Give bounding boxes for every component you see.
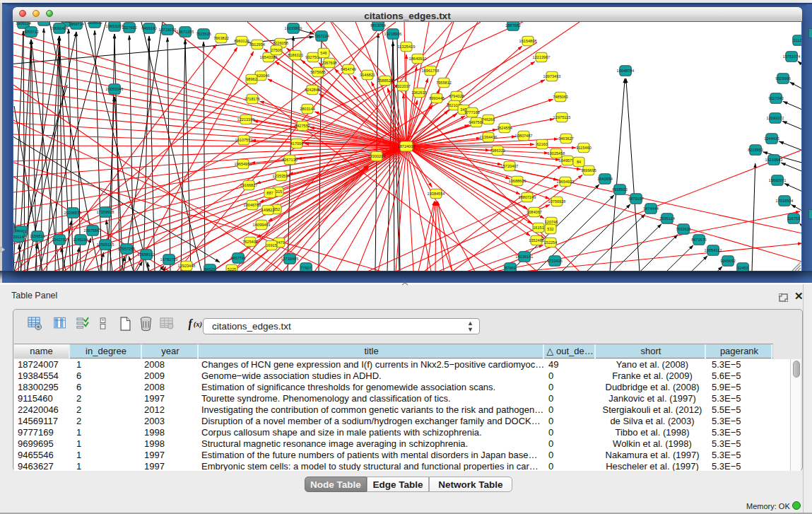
svg-text:120746: 120746 (545, 220, 558, 224)
svg-text:10671355: 10671355 (177, 30, 194, 34)
svg-text:16961758: 16961758 (422, 69, 440, 73)
svg-text:8454749: 8454749 (341, 67, 356, 71)
svg-text:7663822: 7663822 (213, 36, 229, 40)
svg-text:6794028: 6794028 (449, 94, 464, 98)
svg-text:12353594: 12353594 (273, 174, 290, 178)
svg-text:7955812: 7955812 (436, 81, 452, 85)
svg-text:205992: 205992 (37, 22, 51, 23)
svg-text:17016504: 17016504 (776, 199, 794, 203)
svg-text:9474444: 9474444 (643, 206, 659, 211)
svg-text:10973493: 10973493 (543, 74, 561, 78)
svg-text:8813054: 8813054 (370, 23, 386, 28)
svg-text:12975115: 12975115 (553, 115, 571, 119)
svg-text:6879197: 6879197 (628, 197, 644, 201)
svg-text:19384554: 19384554 (428, 192, 445, 196)
svg-text:10958107: 10958107 (138, 252, 155, 257)
svg-text:9777169: 9777169 (464, 110, 480, 115)
svg-text:19654955: 19654955 (235, 162, 252, 166)
svg-text:12923448: 12923448 (178, 264, 196, 268)
svg-text:8226058: 8226058 (273, 41, 288, 45)
svg-text:2935114: 2935114 (659, 216, 675, 221)
svg-text:1909114: 1909114 (16, 22, 31, 25)
svg-text:7357224: 7357224 (314, 34, 329, 38)
svg-text:18724007: 18724007 (398, 144, 416, 148)
svg-text:23300203: 23300203 (368, 154, 386, 158)
svg-text:8990448: 8990448 (429, 96, 445, 100)
svg-text:16543382: 16543382 (260, 55, 278, 59)
svg-text:15751074: 15751074 (783, 54, 801, 59)
svg-text:746266: 746266 (482, 117, 495, 122)
svg-text:84520: 84520 (204, 267, 216, 271)
svg-text:15692971: 15692971 (769, 178, 787, 182)
svg-text:3624554: 3624554 (497, 126, 512, 130)
svg-text:7986322: 7986322 (490, 148, 505, 153)
svg-text:9146821: 9146821 (360, 73, 375, 77)
svg-text:16154808: 16154808 (519, 39, 537, 43)
svg-text:20053346: 20053346 (106, 87, 124, 91)
svg-text:16782759: 16782759 (160, 257, 178, 262)
svg-text:8471676: 8471676 (691, 238, 707, 242)
svg-text:9699695: 9699695 (581, 168, 596, 173)
svg-text:16033809: 16033809 (285, 26, 302, 30)
svg-text:8960124: 8960124 (234, 39, 249, 43)
svg-text:2718176: 2718176 (245, 97, 260, 101)
svg-text:887: 887 (266, 191, 273, 195)
svg-text:10807487: 10807487 (515, 134, 533, 138)
svg-text:546: 546 (320, 51, 327, 55)
svg-text:2106532: 2106532 (87, 22, 102, 25)
svg-text:16151: 16151 (533, 226, 544, 230)
svg-text:98962: 98962 (246, 77, 257, 81)
svg-text:9084067: 9084067 (526, 210, 542, 214)
svg-text:20691406: 20691406 (51, 26, 69, 30)
svg-text:8322037: 8322037 (395, 84, 411, 88)
svg-text:5675685: 5675685 (310, 70, 326, 74)
svg-text:8215953: 8215953 (748, 148, 763, 152)
svg-text:9457791: 9457791 (230, 256, 246, 260)
svg-text:9227343: 9227343 (768, 96, 784, 100)
svg-text:15720407: 15720407 (501, 164, 519, 168)
svg-text:5225: 5225 (228, 267, 237, 271)
svg-text:12213967: 12213967 (533, 55, 551, 59)
svg-text:8186323: 8186323 (288, 53, 303, 57)
svg-text:8912954: 8912954 (249, 42, 265, 47)
svg-text:1352485: 1352485 (529, 238, 544, 243)
svg-text:27506: 27506 (271, 48, 282, 52)
svg-text:18807249: 18807249 (519, 195, 536, 199)
svg-text:2887682: 2887682 (505, 23, 521, 28)
svg-text:7515526: 7515526 (196, 32, 211, 36)
svg-text:92450: 92450 (737, 266, 748, 270)
svg-text:17957255: 17957255 (118, 247, 136, 251)
svg-text:6466160: 6466160 (141, 26, 157, 30)
svg-text:19166827: 19166827 (240, 183, 258, 187)
svg-text:10025458: 10025458 (548, 151, 565, 156)
svg-text:39114: 39114 (13, 235, 24, 239)
svg-text:12093372: 12093372 (767, 116, 784, 120)
svg-text:10719155: 10719155 (159, 28, 177, 32)
svg-text:10046788: 10046788 (244, 203, 261, 207)
svg-text:8267130: 8267130 (282, 158, 298, 162)
svg-text:10688609: 10688609 (509, 179, 526, 183)
svg-text:11325419: 11325419 (398, 45, 416, 49)
svg-text:4055712: 4055712 (23, 30, 39, 34)
svg-text:14136141: 14136141 (516, 255, 534, 259)
svg-text:12505115: 12505115 (97, 243, 114, 247)
svg-text:7625402: 7625402 (242, 240, 258, 244)
svg-text:1527602: 1527602 (122, 25, 137, 30)
svg-text:18640910: 18640910 (409, 57, 427, 61)
svg-text:9463627: 9463627 (558, 136, 574, 141)
svg-text:84: 84 (577, 160, 582, 164)
svg-text:77907: 77907 (300, 266, 312, 270)
svg-text:1362615: 1362615 (411, 90, 427, 95)
svg-text:87969: 87969 (505, 266, 516, 270)
svg-text:20975867: 20975867 (84, 228, 102, 233)
svg-text:9242848: 9242848 (305, 88, 320, 92)
svg-text:1733426: 1733426 (547, 259, 563, 263)
svg-text:16915: 16915 (266, 243, 277, 247)
svg-text:1342757: 1342757 (52, 238, 67, 242)
svg-text:20206576: 20206576 (64, 211, 82, 215)
svg-text:116753: 116753 (787, 216, 801, 221)
svg-text:16107553: 16107553 (235, 138, 253, 142)
svg-text:7632621: 7632621 (676, 227, 691, 231)
svg-text:9329966: 9329966 (775, 76, 791, 81)
svg-text:16648784: 16648784 (617, 69, 635, 73)
